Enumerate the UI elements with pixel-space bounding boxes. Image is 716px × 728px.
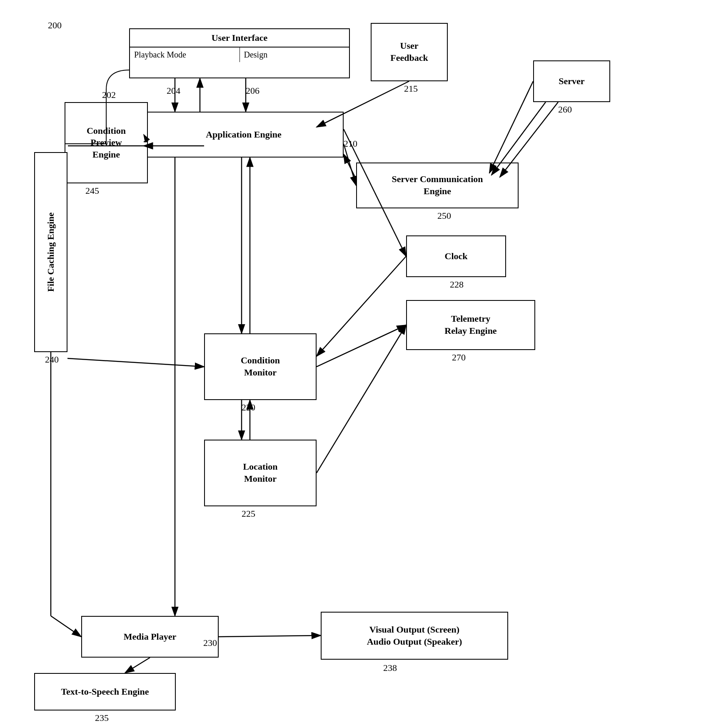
- file-caching-engine-box: File Caching Engine: [34, 152, 67, 352]
- server-communication-engine-label: Server CommunicationEngine: [392, 173, 483, 197]
- label-260: 260: [558, 104, 572, 115]
- svg-line-22: [317, 325, 406, 473]
- label-238: 238: [383, 663, 397, 673]
- label-210: 210: [344, 138, 357, 149]
- application-engine-box: Application Engine: [144, 112, 344, 158]
- label-202: 202: [102, 90, 116, 100]
- application-engine-label: Application Engine: [206, 129, 282, 141]
- svg-line-20: [317, 256, 406, 356]
- user-interface-box: User Interface Playback Mode Design: [129, 28, 350, 78]
- location-monitor-label: LocationMonitor: [243, 461, 277, 485]
- label-250: 250: [437, 210, 451, 221]
- telemetry-relay-engine-label: TelemetryRelay Engine: [444, 313, 496, 337]
- diagram: 200 User Interface Playback Mode Design …: [0, 0, 716, 728]
- svg-line-14: [489, 81, 533, 173]
- visual-audio-output-label: Visual Output (Screen)Audio Output (Spea…: [367, 624, 462, 648]
- label-206: 206: [246, 85, 259, 96]
- label-240: 240: [45, 354, 59, 365]
- label-228: 228: [450, 279, 464, 290]
- svg-line-25: [67, 358, 204, 367]
- label-235: 235: [95, 713, 109, 723]
- label-245: 245: [85, 185, 99, 196]
- condition-monitor-label: ConditionMonitor: [241, 355, 280, 378]
- text-to-speech-box: Text-to-Speech Engine: [34, 673, 176, 710]
- ui-title: User Interface: [130, 29, 349, 48]
- user-feedback-label: UserFeedback: [390, 40, 428, 64]
- media-player-label: Media Player: [124, 631, 176, 643]
- label-270: 270: [452, 352, 466, 363]
- svg-line-13: [344, 154, 356, 179]
- label-230: 230: [203, 638, 217, 648]
- condition-preview-engine-label: ConditionPreviewEngine: [87, 125, 126, 161]
- ui-playback-label: Playback Mode: [130, 48, 240, 62]
- visual-audio-output-box: Visual Output (Screen)Audio Output (Spea…: [321, 612, 508, 660]
- server-label: Server: [559, 75, 584, 88]
- condition-preview-engine-box: ConditionPreviewEngine: [65, 102, 148, 183]
- label-204: 204: [167, 85, 180, 96]
- svg-line-29: [219, 635, 321, 637]
- text-to-speech-label: Text-to-Speech Engine: [61, 686, 149, 698]
- condition-monitor-box: ConditionMonitor: [204, 333, 317, 400]
- clock-box: Clock: [406, 235, 506, 277]
- label-200: 200: [48, 20, 62, 31]
- server-box: Server: [533, 60, 610, 102]
- svg-line-30: [125, 658, 150, 673]
- label-220: 220: [242, 402, 255, 413]
- server-communication-engine-box: Server CommunicationEngine: [356, 163, 519, 208]
- user-feedback-box: UserFeedback: [371, 23, 448, 81]
- location-monitor-box: LocationMonitor: [204, 440, 317, 506]
- telemetry-relay-engine-box: TelemetryRelay Engine: [406, 300, 535, 350]
- label-215: 215: [404, 83, 418, 94]
- clock-label: Clock: [445, 250, 468, 263]
- label-225: 225: [242, 508, 255, 519]
- ui-design-label: Design: [240, 48, 349, 62]
- svg-line-12: [344, 144, 356, 185]
- svg-line-21: [317, 325, 406, 367]
- media-player-box: Media Player: [81, 616, 219, 658]
- file-caching-engine-label: File Caching Engine: [45, 213, 56, 292]
- svg-line-27: [51, 616, 81, 637]
